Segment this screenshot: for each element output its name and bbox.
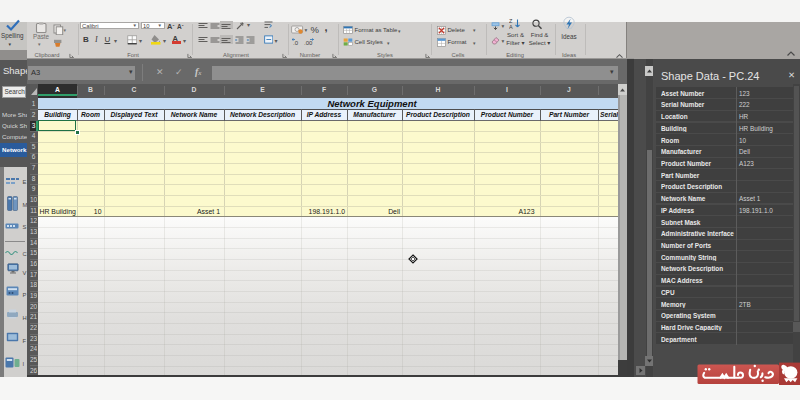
svg-text:A: A	[509, 24, 513, 30]
svg-text:.0: .0	[293, 39, 299, 45]
svg-text:.00: .00	[304, 39, 313, 45]
